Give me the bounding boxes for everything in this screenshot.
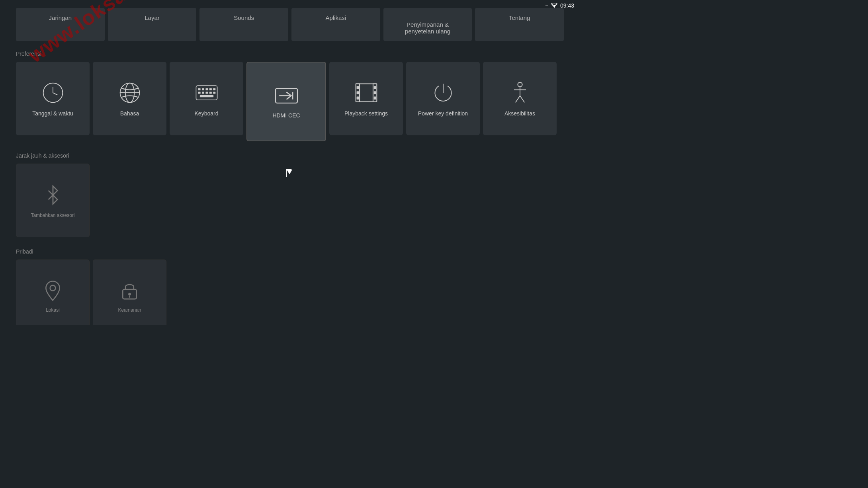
tile-aksesibilitas[interactable]: Aksesibilitas (483, 62, 557, 135)
nav-jaringan[interactable]: Jaringan (16, 8, 105, 41)
hdmi-cec-label: HDMI CEC (269, 112, 303, 119)
accessibility-icon (508, 81, 532, 105)
status-bar: − 09:43 (540, 0, 580, 11)
playback-label: Playback settings (341, 110, 391, 117)
aksesibilitas-label: Aksesibilitas (501, 110, 538, 117)
preferensi-label: Preferensi (16, 51, 564, 57)
clock-icon (41, 81, 65, 105)
tile-tanggal[interactable]: Tanggal & waktu (16, 62, 90, 135)
hdmi-icon (274, 85, 299, 107)
keyboard-label: Keyboard (192, 110, 222, 117)
globe-icon (118, 81, 142, 105)
svg-point-40 (128, 293, 131, 296)
location-icon (42, 280, 64, 302)
jarak-jauh-section: Jarak jauh & aksesori Tambahkan aksesori (16, 152, 564, 237)
nav-aplikasi[interactable]: Aplikasi (291, 8, 380, 41)
pribadi-label: Pribadi (16, 248, 564, 255)
svg-line-3 (53, 93, 57, 95)
nav-layar[interactable]: Layar (108, 8, 197, 41)
nav-tentang[interactable]: Tentang (475, 8, 564, 41)
svg-point-33 (518, 82, 522, 86)
bahasa-label: Bahasa (117, 110, 142, 117)
tanggal-label: Tanggal & waktu (29, 110, 76, 117)
svg-rect-29 (356, 96, 359, 100)
svg-rect-16 (209, 92, 211, 94)
location-label: Lokasi (46, 307, 60, 313)
battery-minus-icon: − (545, 3, 548, 9)
svg-point-0 (554, 7, 555, 8)
svg-line-37 (520, 96, 524, 102)
jarak-jauh-grid: Tambahkan aksesori (16, 164, 564, 237)
svg-rect-27 (356, 86, 359, 89)
clock-time: 09:43 (560, 2, 574, 9)
svg-rect-31 (373, 91, 376, 94)
tile-playback[interactable]: Playback settings (329, 62, 403, 135)
keyboard-icon (195, 81, 219, 105)
svg-rect-12 (213, 88, 215, 90)
tile-keyboard[interactable]: Keyboard (170, 62, 243, 135)
power-icon (431, 81, 455, 105)
svg-point-38 (50, 285, 56, 291)
svg-rect-9 (202, 88, 204, 90)
svg-rect-17 (213, 92, 215, 94)
preferensi-grid: Tanggal & waktu Bahasa (16, 62, 564, 141)
nav-penyimpanan[interactable]: Penyimpanan & penyetelan ulang (383, 8, 472, 41)
tile-location[interactable]: Lokasi (16, 260, 90, 325)
svg-rect-8 (198, 88, 200, 90)
bluetooth-icon (41, 183, 65, 207)
tile-bahasa[interactable]: Bahasa (93, 62, 166, 135)
pribadi-grid: Lokasi Keamanan (16, 260, 564, 325)
security-label: Keamanan (118, 307, 141, 313)
svg-rect-28 (356, 91, 359, 94)
svg-rect-14 (202, 92, 204, 94)
main-content: Jaringan Layar Sounds Aplikasi Penyimpan… (0, 0, 580, 325)
jarak-jauh-label: Jarak jauh & aksesori (16, 152, 564, 159)
tile-hdmi-cec[interactable]: HDMI CEC (246, 62, 326, 141)
svg-rect-11 (209, 88, 211, 90)
top-nav: Jaringan Layar Sounds Aplikasi Penyimpan… (16, 8, 564, 41)
svg-rect-30 (373, 86, 376, 89)
pribadi-section: Pribadi Lokasi Keamanan (16, 248, 564, 325)
power-key-label: Power key definition (415, 110, 471, 117)
tile-power-key[interactable]: Power key definition (406, 62, 480, 135)
tile-security[interactable]: Keamanan (93, 260, 166, 325)
svg-rect-32 (373, 96, 376, 100)
tile-tambahkan[interactable]: Tambahkan aksesori (16, 164, 90, 237)
preferensi-section: Preferensi Tanggal & waktu (16, 51, 564, 141)
svg-line-36 (515, 96, 520, 102)
wifi-icon (551, 3, 558, 8)
svg-rect-18 (199, 95, 213, 97)
svg-rect-15 (205, 92, 208, 94)
nav-sounds[interactable]: Sounds (199, 8, 288, 41)
tambahkan-label: Tambahkan aksesori (31, 213, 74, 218)
film-icon (354, 81, 378, 105)
svg-rect-10 (205, 88, 208, 90)
lock-icon (119, 280, 141, 302)
svg-rect-13 (198, 92, 200, 94)
